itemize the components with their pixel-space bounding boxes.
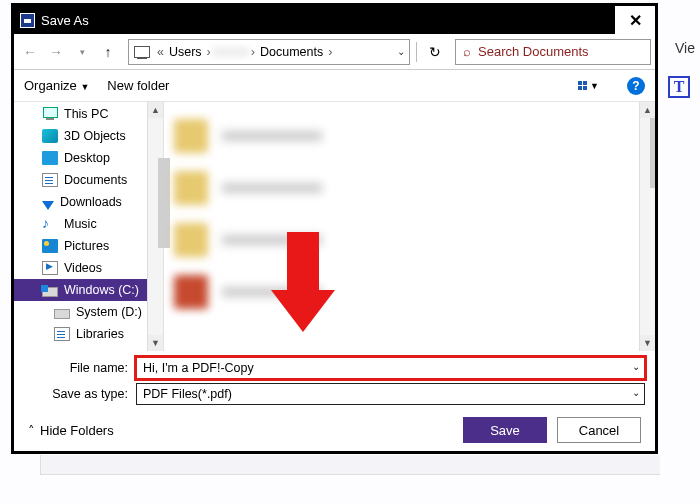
window-title: Save As (41, 13, 615, 28)
nav-forward-button[interactable]: → (44, 40, 68, 64)
path-dropdown-icon[interactable]: ⌄ (397, 46, 405, 57)
drive-icon (54, 309, 70, 319)
tree-item-desktop[interactable]: Desktop (14, 147, 163, 169)
text-tool-icon[interactable]: T (668, 76, 690, 98)
tree-item-label: Videos (64, 261, 102, 275)
tree-item-this-pc[interactable]: This PC (14, 103, 163, 125)
tree-item-documents[interactable]: Documents (14, 169, 163, 191)
tree-item-music[interactable]: Music (14, 213, 163, 235)
app-icon (20, 13, 35, 28)
tree-item-label: Pictures (64, 239, 109, 253)
close-button[interactable]: ✕ (615, 6, 655, 34)
drive-icon (134, 46, 150, 58)
dl-icon (42, 201, 54, 210)
tree-item-label: This PC (64, 107, 108, 121)
filetype-label: Save as type: (24, 387, 136, 401)
tree-item-libraries[interactable]: Libraries (14, 323, 163, 345)
doc-icon (42, 173, 58, 187)
doc-icon (54, 327, 70, 341)
cube-icon (42, 129, 58, 143)
tree-item-label: System (D:) (76, 305, 142, 319)
nav-recent-dropdown[interactable]: ▾ (70, 40, 94, 64)
music-icon (42, 217, 58, 231)
filename-label: File name: (24, 361, 136, 375)
new-folder-button[interactable]: New folder (107, 78, 169, 93)
nav-row: ← → ▾ ↑ « Users › › Documents › ⌄ ↻ ⌕ Se… (14, 34, 655, 70)
navigation-tree: This PC3D ObjectsDesktopDocumentsDownloa… (14, 102, 164, 351)
tree-item-system-d-[interactable]: System (D:) (14, 301, 163, 323)
tree-item-downloads[interactable]: Downloads (14, 191, 163, 213)
file-list[interactable]: ▲ ▼ (164, 102, 655, 351)
address-bar[interactable]: « Users › › Documents › ⌄ (128, 39, 410, 65)
path-seg-1[interactable] (213, 47, 249, 57)
sidebar-scrollbar[interactable]: ▲ ▼ (147, 102, 163, 351)
cancel-button[interactable]: Cancel (557, 417, 641, 443)
tree-item-label: Windows (C:) (64, 283, 139, 297)
chevron-down-icon[interactable]: ⌄ (632, 361, 640, 372)
tree-item-3d-objects[interactable]: 3D Objects (14, 125, 163, 147)
save-button[interactable]: Save (463, 417, 547, 443)
chevron-up-icon: ˄ (28, 423, 35, 438)
pic-icon (42, 239, 58, 253)
save-as-dialog: Save As ✕ ← → ▾ ↑ « Users › › Documents … (11, 3, 658, 454)
view-mode-button[interactable]: ▼ (578, 81, 599, 91)
filetype-select[interactable]: PDF Files(*.pdf) ⌄ (136, 383, 645, 405)
tree-item-videos[interactable]: Videos (14, 257, 163, 279)
refresh-button[interactable]: ↻ (423, 40, 447, 64)
help-button[interactable]: ? (627, 77, 645, 95)
search-box[interactable]: ⌕ Search Documents (455, 39, 651, 65)
filename-input[interactable]: Hi, I'm a PDF!-Copy ⌄ (136, 357, 645, 379)
path-seg-0[interactable]: Users (166, 45, 205, 59)
tree-item-label: 3D Objects (64, 129, 126, 143)
search-placeholder: Search Documents (478, 44, 589, 59)
ribbon-view-tab[interactable]: Vie (675, 40, 695, 56)
nav-up-button[interactable]: ↑ (96, 40, 120, 64)
drive-icon (42, 287, 58, 297)
tree-item-label: Libraries (76, 327, 124, 341)
tree-item-label: Downloads (60, 195, 122, 209)
chevron-down-icon[interactable]: ⌄ (632, 387, 640, 398)
vid-icon (42, 261, 58, 275)
search-icon: ⌕ (463, 44, 471, 59)
filelist-scrollbar[interactable]: ▲ ▼ (639, 102, 655, 351)
pc-icon (42, 107, 58, 121)
nav-back-button[interactable]: ← (18, 40, 42, 64)
desk-icon (42, 151, 58, 165)
organize-menu[interactable]: Organize ▼ (24, 78, 89, 93)
path-seg-2[interactable]: Documents (257, 45, 326, 59)
tree-item-windows-c-[interactable]: Windows (C:) (14, 279, 163, 301)
tree-item-label: Documents (64, 173, 127, 187)
tree-item-label: Desktop (64, 151, 110, 165)
toolbar: Organize ▼ New folder ▼ ? (14, 70, 655, 102)
hide-folders-toggle[interactable]: ˄ Hide Folders (28, 423, 114, 438)
tree-item-pictures[interactable]: Pictures (14, 235, 163, 257)
titlebar: Save As ✕ (14, 6, 655, 34)
tree-item-label: Music (64, 217, 97, 231)
